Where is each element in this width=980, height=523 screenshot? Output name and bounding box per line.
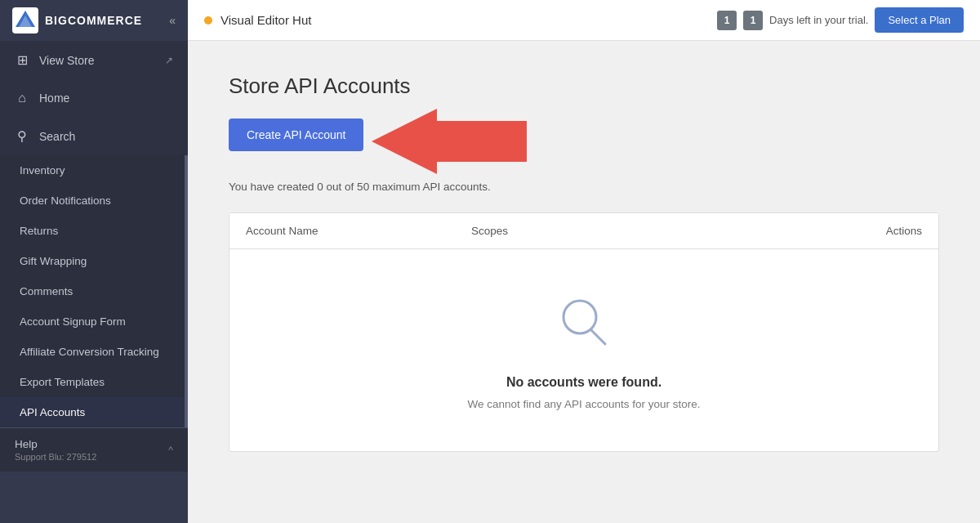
create-api-account-button[interactable]: Create API Account [229,118,363,151]
col-actions: Actions [697,225,922,237]
sidebar-item-view-store[interactable]: ⊞ View Store ↗ [0,41,188,79]
sidebar-item-search[interactable]: ⚲ Search [0,117,188,155]
svg-line-4 [591,330,605,344]
home-icon: ⌂ [15,91,29,105]
header-center: Visual Editor Hut [188,13,717,27]
search-icon: ⚲ [15,128,29,144]
sidebar-help[interactable]: Help Support Blu: 279512 ^ [15,438,173,462]
home-label: Home [39,92,69,105]
store-name: Visual Editor Hut [220,13,311,27]
table-header: Account Name Scopes Actions [229,213,938,249]
empty-search-icon [551,290,617,359]
external-link-icon: ↗ [165,55,173,66]
sidebar-item-gift-wrapping[interactable]: Gift Wrapping [0,246,188,276]
help-label: Help [15,438,96,450]
svg-marker-2 [372,109,527,174]
top-header: BIGCOMMERCE « Visual Editor Hut 1 1 Days… [0,0,980,41]
store-icon: ⊞ [15,52,29,68]
empty-desc: We cannot find any API accounts for your… [468,398,701,410]
trial-text: Days left in your trial. [769,14,868,26]
search-label: Search [39,130,75,143]
logo-icon [12,7,38,34]
red-arrow-annotation [372,109,535,177]
store-status-indicator [204,16,212,25]
collapse-sidebar-button[interactable]: « [169,14,176,27]
sidebar-item-comments[interactable]: Comments [0,276,188,306]
sidebar-item-order-notifications[interactable]: Order Notifications [0,186,188,216]
api-info-text: You have created 0 out of 50 maximum API… [229,181,939,193]
logo-text: BIGCOMMERCE [45,14,142,27]
select-plan-button[interactable]: Select a Plan [875,7,964,33]
help-sub-label: Support Blu: 279512 [15,452,96,462]
svg-point-3 [564,301,596,333]
content-wrapper: Store API Accounts Create API Account Yo… [229,74,939,452]
main-content: Store API Accounts Create API Account Yo… [188,41,980,523]
sidebar-item-inventory[interactable]: Inventory [0,155,188,186]
api-table: Account Name Scopes Actions No accounts … [229,212,939,452]
sidebar-bottom: Help Support Blu: 279512 ^ [0,427,188,472]
table-empty-state: No accounts were found. We cannot find a… [229,249,938,451]
sidebar: ⊞ View Store ↗ ⌂ Home ⚲ Search Inventory… [0,41,188,523]
header-right: 1 1 Days left in your trial. Select a Pl… [717,7,964,33]
empty-title: No accounts were found. [506,375,662,390]
sidebar-item-home[interactable]: ⌂ Home [0,79,188,117]
sidebar-item-returns[interactable]: Returns [0,216,188,246]
sidebar-item-affiliate-conversion-tracking[interactable]: Affiliate Conversion Tracking [0,337,188,367]
trial-days-badge-2: 1 [743,11,763,30]
sidebar-item-export-templates[interactable]: Export Templates [0,367,188,397]
sidebar-item-account-signup-form[interactable]: Account Signup Form [0,306,188,337]
sidebar-top: ⊞ View Store ↗ ⌂ Home ⚲ Search [0,41,188,155]
col-account-name: Account Name [246,225,471,237]
page-title: Store API Accounts [229,74,939,99]
sidebar-item-api-accounts[interactable]: API Accounts [0,397,188,427]
col-scopes: Scopes [471,225,697,237]
view-store-label: View Store [39,54,94,67]
expand-icon: ^ [168,445,173,456]
logo: BIGCOMMERCE « [0,0,188,41]
trial-days-badge-1: 1 [717,11,737,30]
sidebar-list: Inventory Order Notifications Returns Gi… [0,155,188,427]
